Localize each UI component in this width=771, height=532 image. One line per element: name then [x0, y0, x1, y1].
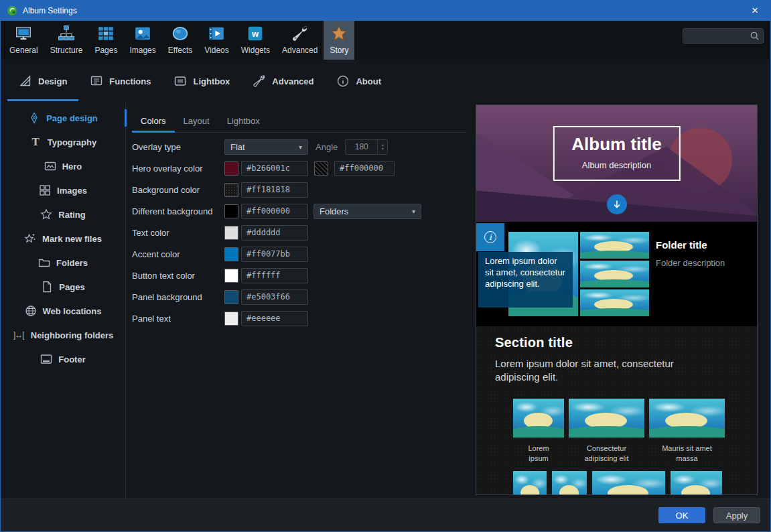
sidebar-item-folders[interactable]: Folders [1, 251, 125, 275]
design-sidebar: Page design T Typography Hero Images Rat… [1, 103, 126, 498]
toolbar-label: Widgets [241, 46, 270, 55]
folder-thumbnail [580, 261, 650, 287]
album-description: Album description [571, 160, 661, 170]
folder-title: Folder title [656, 239, 707, 251]
sidebar-item-web-locations[interactable]: Web locations [1, 299, 125, 323]
field-label: Accent color [132, 249, 224, 259]
section-thumbnails-row-2 [513, 471, 722, 495]
thumbnail-image [671, 471, 722, 495]
app-logo-icon [7, 5, 17, 16]
hero-overlay-color2-swatch[interactable] [314, 161, 328, 176]
info-icon [336, 74, 350, 88]
document-icon [41, 281, 53, 293]
panel-background-value[interactable]: #e5003f66 [241, 289, 308, 305]
tab-label: Lightbox [193, 76, 230, 86]
close-button[interactable]: × [740, 1, 770, 21]
toolbar-item-widgets[interactable]: w Widgets [235, 21, 276, 60]
sidebar-item-rating[interactable]: Rating [1, 202, 125, 226]
background-color-swatch[interactable] [224, 183, 238, 197]
tree-icon [58, 25, 75, 44]
overlay-type-select[interactable]: Flat ▾ [224, 139, 308, 155]
toolbar-item-structure[interactable]: Structure [44, 21, 89, 60]
sidebar-label: Hero [62, 161, 82, 172]
neighboring-arrows-icon: ]↔[ [13, 330, 25, 340]
tab-label: Advanced [272, 76, 313, 86]
spinner-arrows-icon[interactable]: ▴▾ [377, 140, 387, 154]
angle-stepper[interactable]: 180 ▴▾ [345, 139, 388, 155]
field-label: Overlay type [132, 142, 224, 152]
star-sparkle-icon [24, 232, 36, 245]
section-thumbnails-row: Lorem ipsum Consectetur adipiscing elit … [513, 399, 725, 464]
different-background-value[interactable]: #ff000000 [241, 204, 308, 219]
wrench-icon [291, 25, 309, 44]
toolbar-label: Effects [168, 46, 192, 55]
text-color-value[interactable]: #dddddd [241, 225, 308, 241]
tab-advanced[interactable]: Advanced [241, 60, 325, 103]
folder-thumbnail [580, 289, 650, 316]
sidebar-item-mark-new-files[interactable]: Mark new files [1, 226, 125, 251]
sidebar-item-hero[interactable]: Hero [1, 154, 125, 178]
footer-icon [40, 353, 52, 365]
hero-overlay-color-value[interactable]: #b266001c [241, 161, 308, 176]
sidebar-item-page-design[interactable]: Page design [1, 106, 125, 130]
accent-color-swatch[interactable] [224, 247, 238, 261]
album-settings-window: Album Settings × General Structure Pages… [0, 0, 771, 532]
tab-functions[interactable]: Functions [78, 60, 162, 103]
toolbar-label: Advanced [282, 46, 318, 55]
accent-color-value[interactable]: #ff0077bb [241, 247, 308, 262]
tab-lightbox[interactable]: Lightbox [162, 60, 241, 103]
apply-button[interactable]: Apply [713, 507, 760, 523]
toolbar-item-effects[interactable]: Effects [162, 21, 198, 60]
tab-about[interactable]: About [325, 60, 393, 103]
typography-icon: T [29, 136, 42, 148]
sidebar-item-images[interactable]: Images [1, 178, 125, 202]
preview-folder: i Lorem ipsum dolor sit amet, consectetu… [476, 222, 757, 326]
panel-background-swatch[interactable] [224, 290, 238, 304]
hero-overlay-color-swatch[interactable] [224, 161, 238, 176]
toolbar-item-advanced[interactable]: Advanced [276, 21, 324, 60]
toolbar-item-pages[interactable]: Pages [88, 21, 123, 60]
overlay-type-row: Overlay type Flat ▾ Angle 180 ▴▾ [132, 136, 476, 157]
thumbnail-caption: Lorem ipsum [521, 444, 556, 464]
search-icon [750, 31, 760, 41]
panel-text-value[interactable]: #eeeeee [241, 311, 308, 326]
toolbar-label: Videos [204, 46, 228, 55]
sidebar-label: Page design [46, 113, 98, 123]
album-preview: Album title Album description i Lorem ip… [476, 105, 758, 495]
different-background-row: Different background #ff000000 Folders ▾ [132, 200, 476, 222]
sidebar-item-footer[interactable]: Footer [1, 347, 125, 371]
tab-lightbox-inner[interactable]: Lightbox [218, 111, 269, 132]
panel-text-row: Panel text #eeeeee [132, 308, 476, 329]
search-input[interactable] [683, 31, 750, 41]
ok-button[interactable]: OK [658, 507, 705, 523]
toolbar-item-videos[interactable]: Videos [198, 21, 234, 60]
folder-thumbnail [580, 232, 650, 259]
sidebar-label: Images [57, 186, 87, 196]
different-background-scope-select[interactable]: Folders ▾ [313, 204, 421, 219]
toolbar-item-story[interactable]: Story [324, 21, 354, 60]
field-label: Panel text [132, 314, 224, 324]
angle-value: 180 [346, 140, 377, 154]
image-icon [134, 25, 151, 44]
field-label: Text color [132, 228, 224, 238]
button-text-color-value[interactable]: #ffffff [241, 268, 308, 283]
sidebar-label: Pages [59, 282, 84, 292]
hero-overlay-color2-value[interactable]: #ff000000 [334, 161, 395, 176]
sidebar-item-pages[interactable]: Pages [1, 275, 125, 299]
selected-value: Folders [320, 206, 348, 216]
panel-text-swatch[interactable] [224, 312, 238, 326]
different-background-swatch[interactable] [224, 204, 238, 218]
tab-colors[interactable]: Colors [132, 111, 175, 132]
tab-design[interactable]: Design [7, 60, 78, 103]
button-text-color-swatch[interactable] [224, 269, 238, 283]
background-color-row: Background color #ff181818 [132, 179, 476, 200]
sidebar-item-neighboring-folders[interactable]: ]↔[ Neighboring folders [1, 323, 125, 347]
background-color-value[interactable]: #ff181818 [241, 182, 308, 198]
tab-layout[interactable]: Layout [175, 111, 218, 132]
toolbar-item-images[interactable]: Images [123, 21, 161, 60]
tab-label: About [356, 76, 381, 86]
toolbar-item-general[interactable]: General [3, 21, 44, 60]
text-color-swatch[interactable] [224, 226, 238, 240]
monitor-icon [15, 25, 32, 44]
sidebar-item-typography[interactable]: T Typography [1, 130, 125, 154]
